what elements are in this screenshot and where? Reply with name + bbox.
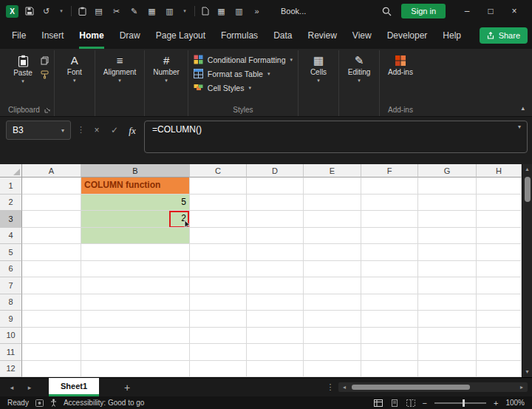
formula-bar-expand-icon[interactable]: ▾ bbox=[518, 124, 521, 130]
cell[interactable] bbox=[477, 294, 522, 311]
cell[interactable] bbox=[247, 244, 304, 261]
row-header-8[interactable]: 8 bbox=[0, 294, 22, 311]
workbook-icon[interactable]: ▤ bbox=[93, 7, 104, 16]
zoom-level[interactable]: 100% bbox=[505, 399, 525, 407]
number-button[interactable]: # Number ▾ bbox=[149, 52, 184, 87]
insert-table-icon[interactable]: ▦ bbox=[216, 7, 227, 16]
cell[interactable] bbox=[22, 328, 81, 345]
format-painter-button[interactable] bbox=[41, 70, 49, 79]
cell[interactable] bbox=[81, 344, 190, 361]
normal-view-icon[interactable] bbox=[374, 399, 383, 407]
cell[interactable] bbox=[361, 261, 418, 278]
cell[interactable] bbox=[247, 344, 304, 361]
cell[interactable] bbox=[418, 178, 477, 195]
column-header-B[interactable]: B bbox=[81, 164, 190, 178]
cell[interactable] bbox=[418, 277, 477, 294]
cell[interactable] bbox=[418, 311, 477, 328]
cell[interactable] bbox=[304, 344, 361, 361]
cell[interactable] bbox=[361, 311, 418, 328]
tab-insert[interactable]: Insert bbox=[41, 22, 64, 49]
cell[interactable] bbox=[190, 344, 247, 361]
cell-styles-button[interactable]: Cell Styles ▾ bbox=[192, 82, 253, 93]
cell[interactable] bbox=[190, 294, 247, 311]
cell[interactable] bbox=[304, 328, 361, 345]
cell[interactable] bbox=[22, 178, 81, 195]
cell[interactable] bbox=[418, 228, 477, 245]
zoom-slider-thumb[interactable] bbox=[463, 399, 465, 407]
format-as-table-button[interactable]: Format as Table ▾ bbox=[192, 68, 272, 79]
cell[interactable] bbox=[361, 244, 418, 261]
paste-button[interactable]: Paste ▾ bbox=[8, 52, 38, 87]
cell[interactable] bbox=[190, 261, 247, 278]
sheet-nav-right-icon[interactable]: ▸ bbox=[21, 384, 38, 391]
cell[interactable] bbox=[361, 328, 418, 345]
cell[interactable] bbox=[418, 211, 477, 228]
alignment-button[interactable]: ≡ Alignment ▾ bbox=[99, 52, 140, 87]
column-header-A[interactable]: A bbox=[22, 164, 81, 178]
cell[interactable] bbox=[81, 328, 190, 345]
enter-icon[interactable]: ✓ bbox=[109, 125, 120, 135]
cell[interactable] bbox=[304, 361, 361, 378]
cell[interactable] bbox=[22, 261, 81, 278]
qat-chevron-icon[interactable]: ▾ bbox=[182, 8, 188, 14]
cell[interactable] bbox=[304, 195, 361, 212]
tabbar-options-icon[interactable]: ⋮ bbox=[322, 382, 338, 392]
cell[interactable] bbox=[22, 361, 81, 378]
tab-view[interactable]: View bbox=[352, 22, 372, 49]
vertical-scrollbar-thumb[interactable] bbox=[525, 177, 531, 202]
clipboard-icon[interactable] bbox=[78, 7, 86, 16]
cell[interactable] bbox=[304, 178, 361, 195]
cells-button[interactable]: ▦ Cells ▾ bbox=[302, 52, 335, 87]
cell[interactable] bbox=[190, 244, 247, 261]
scroll-down-icon[interactable]: ▾ bbox=[525, 367, 528, 377]
share-button[interactable]: Share bbox=[480, 27, 528, 44]
cell[interactable] bbox=[418, 244, 477, 261]
collapse-ribbon-icon[interactable]: ▴ bbox=[521, 104, 525, 112]
page-break-view-icon[interactable] bbox=[406, 399, 415, 407]
cell[interactable] bbox=[304, 244, 361, 261]
conditional-formatting-button[interactable]: Conditional Formatting ▾ bbox=[192, 54, 294, 65]
column-header-E[interactable]: E bbox=[304, 164, 361, 178]
cell[interactable] bbox=[190, 178, 247, 195]
cell[interactable] bbox=[477, 195, 522, 212]
cell[interactable] bbox=[247, 328, 304, 345]
cell[interactable] bbox=[247, 261, 304, 278]
cell[interactable] bbox=[190, 195, 247, 212]
column-header-H[interactable]: H bbox=[477, 164, 522, 178]
save-icon[interactable] bbox=[25, 7, 34, 16]
cell[interactable] bbox=[247, 195, 304, 212]
cell[interactable] bbox=[190, 361, 247, 378]
cell[interactable] bbox=[304, 294, 361, 311]
name-box-chevron-icon[interactable]: ▾ bbox=[61, 127, 64, 134]
cell[interactable] bbox=[477, 244, 522, 261]
minimize-icon[interactable]: – bbox=[455, 6, 479, 16]
select-all-corner[interactable] bbox=[0, 164, 22, 178]
cell[interactable] bbox=[190, 328, 247, 345]
cut-icon[interactable]: ✂ bbox=[111, 7, 122, 16]
scroll-left-icon[interactable]: ◂ bbox=[338, 384, 350, 391]
tab-formulas[interactable]: Formulas bbox=[221, 22, 258, 49]
cell[interactable] bbox=[22, 244, 81, 261]
cell[interactable] bbox=[304, 211, 361, 228]
cell[interactable] bbox=[247, 311, 304, 328]
cell-B4[interactable] bbox=[81, 228, 190, 245]
cell[interactable] bbox=[81, 277, 190, 294]
name-box[interactable]: B3 ▾ bbox=[6, 121, 71, 140]
tab-draw[interactable]: Draw bbox=[120, 22, 140, 49]
copy-button[interactable] bbox=[41, 56, 49, 65]
cell[interactable] bbox=[22, 228, 81, 245]
sheet-tab-sheet1[interactable]: Sheet1 bbox=[49, 378, 99, 396]
draw-pen-icon[interactable]: ✎ bbox=[129, 7, 140, 16]
new-document-icon[interactable] bbox=[202, 7, 209, 16]
cell[interactable] bbox=[477, 211, 522, 228]
search-icon[interactable] bbox=[382, 7, 392, 16]
addins-button[interactable]: Add-ins bbox=[383, 52, 417, 79]
undo-icon[interactable]: ↺ bbox=[41, 7, 52, 16]
cell[interactable] bbox=[304, 311, 361, 328]
sign-in-button[interactable]: Sign in bbox=[401, 4, 446, 18]
cell[interactable] bbox=[418, 328, 477, 345]
cell[interactable] bbox=[418, 261, 477, 278]
row-header-9[interactable]: 9 bbox=[0, 311, 22, 328]
cell[interactable] bbox=[247, 228, 304, 245]
zoom-out-icon[interactable]: − bbox=[423, 399, 427, 408]
